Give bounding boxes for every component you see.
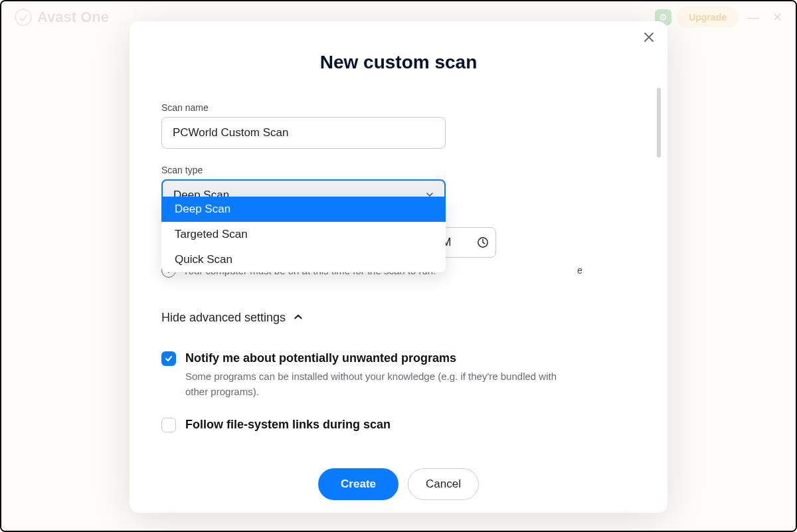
chevron-up-icon [294, 311, 303, 325]
checkbox-follow-links[interactable] [161, 418, 176, 432]
check-icon [164, 354, 173, 363]
close-icon [644, 32, 654, 43]
advanced-toggle-label: Hide advanced settings [161, 311, 286, 325]
scan-name-label: Scan name [161, 102, 636, 113]
modal-body: Scan name Scan type Deep Scan Deep Scan … [130, 73, 667, 456]
clock-icon [477, 236, 489, 248]
setting-notify-pup: Notify me about potentially unwanted pro… [161, 351, 636, 399]
scan-type-option-quick[interactable]: Quick Scan [161, 247, 446, 272]
scan-type-label: Scan type [161, 165, 446, 175]
scan-type-dropdown: Deep Scan Targeted Scan Quick Scan [161, 197, 446, 272]
modal-footer: Create Cancel [130, 456, 667, 513]
modal-close-button[interactable] [644, 32, 654, 45]
scan-type-option-deep[interactable]: Deep Scan [161, 197, 446, 222]
new-custom-scan-modal: New custom scan Scan name Scan type Deep… [130, 21, 667, 513]
scan-type-option-targeted[interactable]: Targeted Scan [161, 222, 446, 247]
setting-follow-links-title: Follow file-system links during scan [185, 418, 391, 432]
cancel-button[interactable]: Cancel [408, 468, 479, 500]
checkbox-notify-pup[interactable] [161, 351, 176, 366]
time-field-label-partial: e [577, 265, 582, 276]
advanced-settings-toggle[interactable]: Hide advanced settings [161, 311, 636, 325]
create-button[interactable]: Create [318, 468, 398, 500]
setting-notify-title: Notify me about potentially unwanted pro… [185, 351, 571, 365]
modal-title: New custom scan [130, 52, 667, 73]
modal-backdrop: New custom scan Scan name Scan type Deep… [1, 1, 796, 531]
setting-follow-links: Follow file-system links during scan [161, 418, 636, 432]
setting-notify-desc: Some programs can be installed without y… [185, 369, 571, 399]
scan-name-input[interactable] [161, 117, 446, 149]
